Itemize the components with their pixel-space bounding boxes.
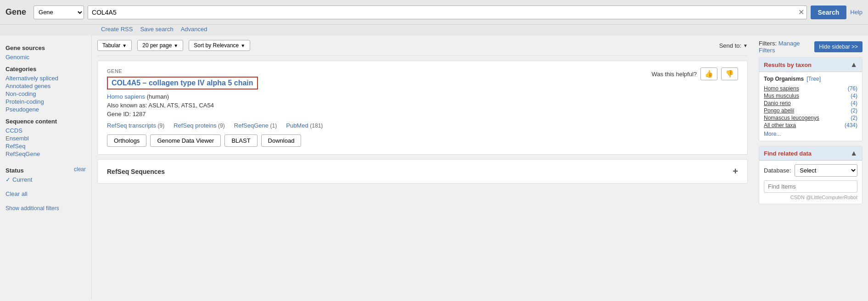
save-search-link[interactable]: Save search bbox=[140, 26, 173, 33]
help-link[interactable]: Help bbox=[850, 9, 862, 16]
hide-sidebar-button[interactable]: Hide sidebar >> bbox=[814, 41, 862, 52]
right-sidebar-top: Filters: Manage Filters Hide sidebar >> bbox=[759, 40, 862, 54]
filters-label-group: Filters: Manage Filters bbox=[759, 40, 814, 54]
sidebar-item-refseq[interactable]: RefSeq bbox=[6, 142, 86, 150]
refseqgene-label: RefSeqGene bbox=[234, 122, 269, 129]
send-to[interactable]: Send to: ▼ bbox=[719, 42, 748, 49]
find-related-box-body: Database: Select CSDN @LittleComputerRob… bbox=[759, 161, 862, 204]
result-title-link[interactable]: COL4A5 – collagen type IV alpha 5 chain bbox=[107, 77, 258, 89]
advanced-link[interactable]: Advanced bbox=[181, 26, 207, 33]
refseq-proteins-link[interactable]: RefSeq proteins (9) bbox=[174, 122, 225, 129]
pubmed-link[interactable]: PubMed (181) bbox=[286, 122, 323, 129]
result-gene-id: Gene ID: 1287 bbox=[107, 111, 258, 117]
taxon-collapse-icon[interactable]: ▲ bbox=[850, 61, 857, 69]
status-title: Status bbox=[6, 167, 24, 174]
database-select[interactable]: Select bbox=[795, 164, 857, 177]
organism-nomascus-count: (2) bbox=[851, 115, 857, 121]
blast-button[interactable]: BLAST bbox=[224, 134, 257, 147]
sequence-content-title: Sequence content bbox=[6, 118, 86, 125]
search-input-wrapper: ✕ bbox=[88, 6, 807, 19]
sidebar-item-protein-coding[interactable]: Protein-coding bbox=[6, 98, 86, 106]
refseqgene-link[interactable]: RefSeqGene (1) bbox=[234, 122, 277, 129]
search-button[interactable]: Search bbox=[811, 6, 847, 19]
show-additional-filters-link[interactable]: Show additional filters bbox=[6, 205, 59, 212]
tabular-arrow-icon: ▼ bbox=[122, 43, 127, 48]
sidebar-bottom-links: Clear all Show additional filters bbox=[6, 190, 86, 212]
result-links: RefSeq transcripts (9) RefSeq proteins (… bbox=[107, 122, 738, 129]
send-to-label: Send to: bbox=[719, 42, 741, 49]
sidebar-item-pseudogene[interactable]: Pseudogene bbox=[6, 106, 86, 113]
organism-homo-link[interactable]: Homo sapiens bbox=[764, 85, 799, 92]
refseq-transcripts-link[interactable]: RefSeq transcripts (9) bbox=[107, 122, 164, 129]
organism-mus-count: (4) bbox=[851, 93, 857, 99]
organism-homo-count: (76) bbox=[848, 85, 857, 92]
sidebar-item-current[interactable]: Current bbox=[12, 176, 32, 184]
clear-link[interactable]: clear bbox=[74, 166, 86, 173]
refseq-transcripts-count: (9) bbox=[158, 123, 165, 129]
database-selector[interactable]: Gene bbox=[34, 6, 84, 19]
result-organism: Homo sapiens (human) bbox=[107, 93, 258, 100]
organism-name: Homo sapiens bbox=[107, 93, 145, 100]
more-taxa-link[interactable]: More... bbox=[764, 131, 857, 137]
categories-title: Categories bbox=[6, 66, 86, 72]
sort-by-label: Sort by Relevance bbox=[194, 42, 239, 49]
orthologs-button[interactable]: Orthologs bbox=[107, 134, 146, 147]
sidebar-item-ensembl[interactable]: Ensembl bbox=[6, 134, 86, 142]
create-rss-link[interactable]: Create RSS bbox=[101, 26, 133, 33]
watermark: CSDN @LittleComputerRobot bbox=[764, 195, 857, 200]
clear-search-button[interactable]: ✕ bbox=[798, 9, 804, 16]
organism-pongo-link[interactable]: Pongo abelii bbox=[764, 107, 794, 114]
sort-by-arrow-icon: ▼ bbox=[241, 43, 245, 48]
per-page-arrow-icon: ▼ bbox=[174, 43, 178, 48]
per-page-button[interactable]: 20 per page ▼ bbox=[137, 40, 183, 51]
current-status-item: ✓ Current bbox=[6, 176, 86, 184]
thumbs-up-button[interactable]: 👍 bbox=[700, 67, 717, 80]
main-layout: Gene sources Genomic Categories Alternat… bbox=[0, 35, 868, 300]
helpful-row: Was this helpful? 👍 👎 bbox=[651, 67, 738, 80]
per-page-label: 20 per page bbox=[142, 42, 172, 49]
sort-by-button[interactable]: Sort by Relevance ▼ bbox=[189, 40, 250, 51]
organism-danio-link[interactable]: Danio rerio bbox=[764, 100, 791, 106]
result-card: GENE COL4A5 – collagen type IV alpha 5 c… bbox=[97, 61, 748, 155]
organism-mus-link[interactable]: Mus musculus bbox=[764, 93, 799, 99]
result-card-header: GENE COL4A5 – collagen type IV alpha 5 c… bbox=[107, 68, 738, 122]
sidebar-item-refseqgene[interactable]: RefSeqGene bbox=[6, 150, 86, 158]
content-area: Tabular ▼ 20 per page ▼ Sort by Relevanc… bbox=[92, 35, 753, 300]
organism-nomascus-link[interactable]: Nomascus leucogenys bbox=[764, 115, 819, 121]
results-toolbar: Tabular ▼ 20 per page ▼ Sort by Relevanc… bbox=[97, 35, 748, 56]
refseq-proteins-count: (9) bbox=[218, 123, 225, 129]
refseq-expand-button[interactable]: + bbox=[733, 166, 738, 177]
clear-all-link[interactable]: Clear all bbox=[6, 190, 86, 198]
search-input[interactable] bbox=[88, 6, 807, 19]
genome-data-viewer-button[interactable]: Genome Data Viewer bbox=[150, 134, 221, 147]
organism-danio-count: (4) bbox=[851, 100, 857, 106]
sub-links-bar: Create RSS Save search Advanced bbox=[0, 25, 868, 35]
results-by-taxon-box: Results by taxon ▲ Top Organisms [Tree] … bbox=[759, 57, 862, 141]
download-button[interactable]: Download bbox=[261, 134, 302, 147]
pubmed-label: PubMed bbox=[286, 122, 308, 129]
checkmark-icon: ✓ bbox=[6, 176, 11, 183]
organism-paren: (human) bbox=[147, 93, 169, 100]
organism-item-danio: Danio rerio (4) bbox=[764, 100, 857, 107]
sidebar-item-annotated[interactable]: Annotated genes bbox=[6, 82, 86, 90]
sidebar-item-alt-spliced[interactable]: Alternatively spliced bbox=[6, 74, 86, 82]
find-items-input[interactable] bbox=[764, 180, 857, 193]
sidebar-item-ccds[interactable]: CCDS bbox=[6, 127, 86, 134]
sidebar-item-genomic[interactable]: Genomic bbox=[6, 53, 86, 61]
thumbs-down-button[interactable]: 👎 bbox=[721, 67, 738, 80]
tabular-button[interactable]: Tabular ▼ bbox=[97, 40, 132, 51]
refseqgene-count: (1) bbox=[270, 123, 277, 129]
filters-title: Filters: bbox=[759, 40, 777, 47]
result-also-known: Also known as: ASLN, ATS, ATS1, CA54 bbox=[107, 102, 258, 109]
organism-item-pongo: Pongo abelii (2) bbox=[764, 107, 857, 114]
refseq-header: RefSeq Sequences + bbox=[107, 166, 738, 177]
send-to-arrow-icon: ▼ bbox=[743, 43, 748, 48]
database-label: Database: bbox=[764, 167, 791, 174]
organism-link[interactable]: Homo sapiens bbox=[107, 93, 145, 100]
organism-item-nomascus: Nomascus leucogenys (2) bbox=[764, 114, 857, 122]
organism-other-link[interactable]: All other taxa bbox=[764, 122, 796, 128]
sidebar-item-non-coding[interactable]: Non-coding bbox=[6, 90, 86, 98]
find-related-collapse-icon[interactable]: ▲ bbox=[850, 149, 857, 157]
find-related-box-header: Find related data ▲ bbox=[759, 146, 862, 161]
tree-link[interactable]: [Tree] bbox=[806, 76, 821, 82]
